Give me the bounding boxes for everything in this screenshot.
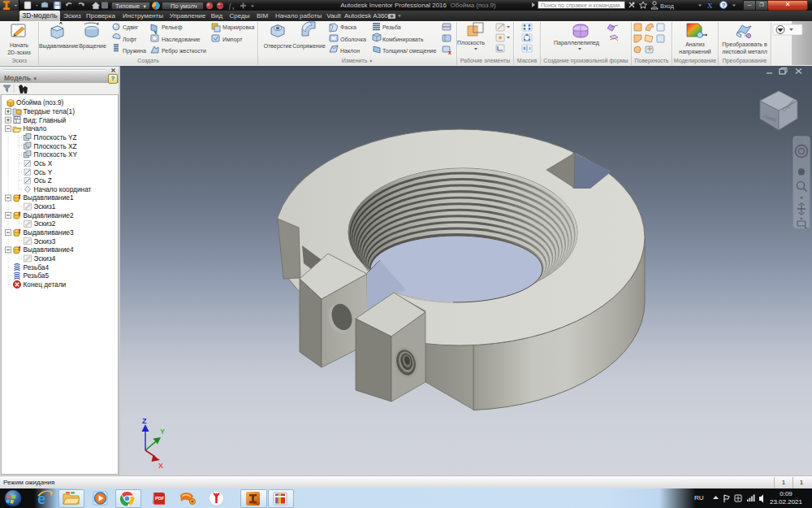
svg-text:Начало: Начало [24, 124, 47, 132]
svg-text:Оболочка: Оболочка [340, 37, 366, 42]
svg-text:Резьба5: Резьба5 [24, 271, 50, 280]
svg-text:Резьба: Резьба [382, 24, 401, 30]
svg-text:Твердые тела(1): Твердые тела(1) [24, 107, 76, 115]
svg-text:Выдавливание1: Выдавливание1 [24, 193, 74, 202]
svg-text:Маркировка: Маркировка [222, 24, 254, 31]
svg-text:Конец детали: Конец детали [24, 280, 67, 289]
svg-text:PRO: PRO [253, 502, 260, 506]
svg-text:?: ? [722, 2, 726, 9]
svg-text:PDF: PDF [155, 496, 165, 501]
svg-text:Пружина: Пружина [123, 48, 146, 54]
svg-text:Обойма (поз.9): Обойма (поз.9) [16, 98, 64, 106]
svg-text:Импорт: Импорт [222, 37, 243, 43]
svg-text:Плоскость YZ: Плоскость YZ [34, 133, 77, 141]
svg-text:Плоскость XZ: Плоскость XZ [34, 142, 77, 150]
svg-text:Толщина/ смещение: Толщина/ смещение [382, 48, 436, 54]
svg-text:Параллелепипед: Параллелепипед [554, 40, 599, 46]
svg-text:Выдавливание3: Выдавливание3 [24, 228, 74, 237]
svg-text:Ось Y: Ось Y [34, 168, 53, 176]
svg-text:X: X [707, 2, 713, 10]
svg-text:Комбинировать: Комбинировать [382, 37, 424, 43]
svg-text:Резьба4: Резьба4 [24, 263, 50, 271]
svg-text:Вход: Вход [660, 2, 675, 10]
svg-text:Эскиз4: Эскиз4 [34, 254, 56, 263]
svg-text:1,2: 1,2 [15, 116, 19, 119]
svg-text:Наклон: Наклон [340, 48, 360, 54]
svg-text:Эскиз1: Эскиз1 [34, 202, 56, 211]
svg-text:Y: Y [160, 428, 165, 436]
svg-text:Выдавливание2: Выдавливание2 [24, 211, 74, 219]
svg-text:Рельеф: Рельеф [162, 24, 183, 31]
svg-text:Эскиз3: Эскиз3 [34, 237, 56, 245]
svg-text:Эскиз2: Эскиз2 [34, 219, 56, 228]
svg-text:Вид: Главный: Вид: Главный [24, 116, 67, 124]
svg-text:Плоскость: Плоскость [457, 40, 485, 46]
svg-text:x: x [232, 6, 235, 11]
svg-text:Фаска: Фаска [340, 24, 356, 30]
svg-text:Выдавливание4: Выдавливание4 [24, 245, 74, 254]
svg-text:x: x [448, 50, 451, 55]
svg-text:X: X [158, 462, 163, 470]
svg-text:Ось X: Ось X [34, 159, 53, 167]
svg-text:Начало координат: Начало координат [34, 185, 92, 193]
svg-text:Лофт: Лофт [123, 37, 137, 43]
svg-text:Наследование: Наследование [162, 37, 201, 43]
svg-text:Сдвиг: Сдвиг [123, 24, 139, 31]
svg-text:Плоскость XY: Плоскость XY [34, 150, 78, 158]
svg-text:Ось Z: Ось Z [34, 176, 52, 185]
svg-text:Z: Z [142, 417, 147, 425]
svg-text:Ребро жесткости: Ребро жесткости [162, 48, 206, 54]
